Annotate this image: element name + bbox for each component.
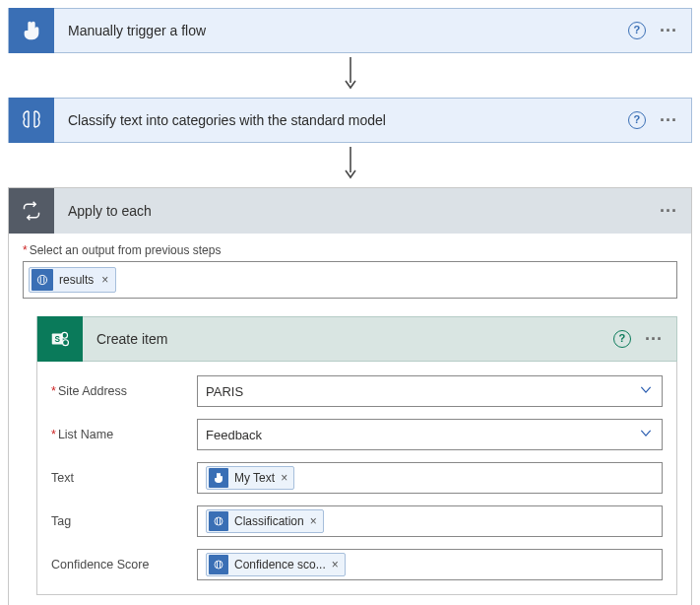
step-trigger-card[interactable]: Manually trigger a flow ? ··· — [8, 8, 692, 53]
ai-icon — [9, 98, 54, 143]
output-label: *Select an output from previous steps — [23, 243, 677, 257]
token-classification[interactable]: Classification × — [206, 509, 324, 533]
chevron-down-icon — [638, 426, 654, 444]
param-row-confidence: Confidence Score Confidence sco... × — [51, 549, 663, 580]
chevron-down-icon — [638, 382, 654, 401]
trigger-icon — [209, 468, 228, 488]
svg-point-6 — [63, 340, 69, 346]
token-confidence[interactable]: Confidence sco... × — [206, 553, 346, 576]
ai-icon — [32, 269, 53, 291]
arrow-connector — [8, 147, 692, 183]
arrow-connector — [8, 57, 692, 94]
step-title: Classify text into categories with the s… — [54, 112, 628, 128]
apply-to-each-header[interactable]: Apply to each ··· — [9, 188, 691, 234]
token-my-text[interactable]: My Text × — [206, 466, 294, 490]
trigger-icon — [9, 8, 54, 53]
more-icon[interactable]: ··· — [660, 206, 677, 216]
create-item-title: Create item — [83, 331, 613, 347]
svg-text:S: S — [54, 335, 60, 344]
remove-token-icon[interactable]: × — [279, 471, 293, 485]
create-item-card: S Create item ? ··· *Site Address PARIS — [36, 316, 677, 595]
apply-title: Apply to each — [54, 203, 660, 219]
more-icon[interactable]: ··· — [660, 26, 677, 35]
param-row-list-name: *List Name Feedback — [51, 419, 663, 450]
apply-to-each-container: Apply to each ··· *Select an output from… — [8, 187, 692, 605]
text-input[interactable]: My Text × — [197, 462, 663, 494]
ai-icon — [209, 555, 228, 574]
sharepoint-icon: S — [37, 316, 83, 362]
svg-point-2 — [37, 275, 46, 284]
step-title: Manually trigger a flow — [54, 23, 628, 38]
help-icon[interactable]: ? — [628, 111, 646, 129]
list-name-select[interactable]: Feedback — [197, 419, 663, 450]
step-classify-card[interactable]: Classify text into categories with the s… — [8, 98, 692, 143]
svg-point-8 — [215, 561, 223, 569]
svg-point-7 — [215, 517, 223, 525]
site-address-select[interactable]: PARIS — [197, 375, 663, 407]
param-row-text: Text My Text × — [51, 462, 663, 494]
more-icon[interactable]: ··· — [645, 334, 663, 344]
confidence-input[interactable]: Confidence sco... × — [197, 549, 663, 580]
remove-token-icon[interactable]: × — [330, 558, 345, 571]
create-item-body: *Site Address PARIS *List Name Feedback — [36, 362, 677, 595]
ai-icon — [209, 511, 228, 531]
help-icon[interactable]: ? — [628, 22, 646, 39]
loop-icon — [9, 188, 54, 234]
tag-input[interactable]: Classification × — [197, 505, 663, 537]
output-token-input[interactable]: results × — [23, 261, 677, 299]
more-icon[interactable]: ··· — [660, 115, 677, 125]
remove-token-icon[interactable]: × — [99, 273, 115, 287]
help-icon[interactable]: ? — [613, 330, 631, 348]
remove-token-icon[interactable]: × — [308, 514, 323, 528]
token-results[interactable]: results × — [29, 267, 116, 293]
param-row-tag: Tag Classification × — [51, 505, 663, 537]
param-row-site-address: *Site Address PARIS — [51, 375, 663, 407]
create-item-header[interactable]: S Create item ? ··· — [36, 316, 677, 362]
apply-body: *Select an output from previous steps re… — [9, 234, 691, 605]
